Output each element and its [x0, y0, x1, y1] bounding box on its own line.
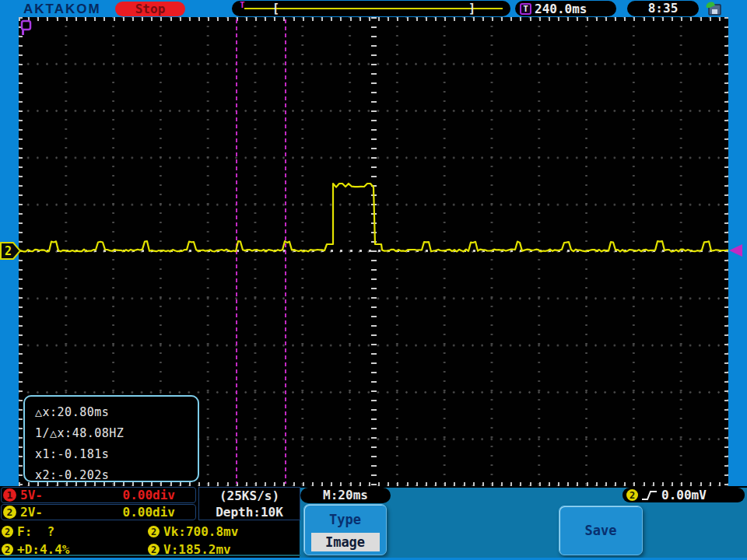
measurement-duty-value: +D:4.4% [17, 542, 69, 557]
hpos-line [244, 8, 503, 9]
type-menu-label: Type [304, 512, 386, 527]
oscilloscope-screen: AKTAKOM Stop T [ ] T 240.0ms 8:35 [0, 0, 747, 560]
measurement-channel-badge: 2 [148, 544, 160, 555]
measurement-frequency-value: F: ? [17, 524, 54, 539]
measurement-channel-badge: 2 [2, 544, 13, 555]
channel1-offset: 0.00div [123, 488, 175, 502]
channel2-status-row: 2 2V- 0.00div [1, 504, 196, 520]
measurement-frequency: 2 F: ? [2, 523, 148, 541]
measurement-channel-badge: 2 [148, 526, 160, 537]
timebase-display: M:20ms [300, 488, 391, 503]
acquisition-panel: (25KS/s) Depth:10K [198, 487, 300, 520]
save-button[interactable]: Save [559, 506, 643, 555]
rising-edge-icon [641, 489, 658, 502]
graticule-display: △x:20.80ms 1/△x:48.08HZ x1:-0.181s x2:-0… [19, 17, 728, 486]
type-menu-button[interactable]: Type Image [303, 504, 387, 555]
channel1-badge: 1 [3, 488, 16, 502]
hpos-left-bracket: [ [272, 2, 279, 16]
top-status-bar: AKTAKOM Stop T [ ] T 240.0ms 8:35 [0, 0, 747, 17]
cursor-dx-value: △x:20.80ms [35, 402, 198, 423]
trigger-level-display: 2 0.00mV [622, 488, 745, 502]
trigger-t-icon: T [520, 3, 531, 15]
horizontal-position-bar[interactable]: T [ ] [232, 1, 510, 16]
measurement-duty: 2 +D:4.4% [2, 541, 148, 558]
hpos-right-bracket: ] [468, 2, 475, 16]
trigger-time-value: 240.0ms [535, 2, 587, 16]
measurement-vpp-value: Vk:700.8mv [163, 524, 238, 539]
trigger-level-value: 0.00mV [661, 488, 707, 502]
trigger-time-display: T 240.0ms [515, 1, 616, 16]
usb-storage-icon [703, 1, 724, 16]
measurement-vpp: 2 Vk:700.8mv [148, 523, 300, 541]
trigger-position-flag-icon [19, 19, 33, 37]
waveform-trace [19, 184, 728, 251]
sample-rate-value: (25KS/s) [199, 488, 300, 504]
cursor-freq-value: 1/△x:48.08HZ [35, 423, 198, 444]
cursor-x1-value: x1:-0.181s [35, 444, 198, 465]
memory-depth-value: Depth:10K [199, 504, 300, 520]
cursor-x2-value: x2:-0.202s [35, 465, 198, 486]
run-state-button[interactable]: Stop [115, 2, 185, 16]
measurement-readouts: 2 F: ? 2 Vk:700.8mv 2 +D:4.4% 2 V:185.2m… [2, 523, 300, 558]
type-menu-value: Image [311, 533, 380, 551]
cursor-measurement-box: △x:20.80ms 1/△x:48.08HZ x1:-0.181s x2:-0… [23, 395, 199, 482]
channel1-scale: 5V- [20, 488, 43, 502]
brand-logo: AKTAKOM [23, 2, 101, 17]
channel2-position-marker[interactable]: 2 [0, 242, 21, 260]
clock-display: 8:35 [627, 1, 699, 16]
channel2-marker-label: 2 [5, 244, 12, 258]
channel2-scale: 2V- [20, 505, 43, 520]
trigger-level-marker[interactable] [729, 244, 742, 257]
measurement-vavg: 2 V:185.2mv [148, 541, 300, 558]
channel2-offset: 0.00div [123, 505, 175, 520]
run-state-label: Stop [135, 2, 166, 16]
measurement-channel-badge: 2 [2, 526, 13, 537]
channel1-status-row: 1 5V- 0.00div [1, 487, 196, 503]
channel2-badge: 2 [3, 506, 16, 519]
bottom-status-bar: 1 5V- 0.00div 2 2V- 0.00div (25KS/s) Dep… [0, 486, 747, 560]
measurement-vavg-value: V:185.2mv [163, 542, 231, 557]
trigger-channel-badge: 2 [626, 489, 638, 501]
